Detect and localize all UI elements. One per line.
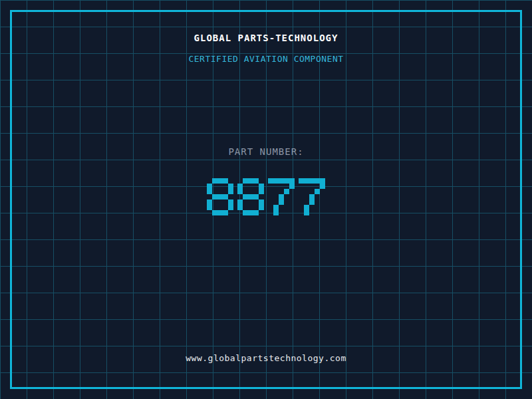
part-number-label: PART NUMBER:	[0, 146, 532, 157]
part-number-digit	[268, 178, 295, 215]
part-number-digit	[299, 178, 325, 215]
footer-url: www.globalpartstechnology.com	[0, 353, 532, 363]
page-title: GLOBAL PARTS-TECHNOLOGY	[0, 33, 532, 43]
part-number	[0, 178, 532, 215]
part-number-digit	[207, 178, 233, 215]
part-number-digit	[237, 178, 264, 215]
page-subtitle: CERTIFIED AVIATION COMPONENT	[0, 54, 532, 64]
